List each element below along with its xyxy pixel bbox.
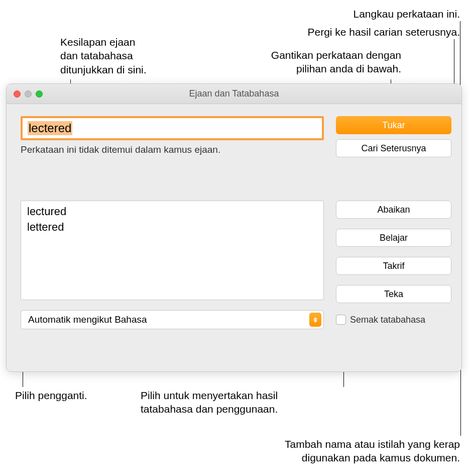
misspelled-word: lectered [28, 121, 72, 135]
middle-row: lectured lettered Abaikan Belajar Takrif… [21, 201, 451, 303]
list-item[interactable]: lectured [27, 204, 317, 220]
list-item[interactable]: lettered [27, 220, 317, 235]
callout-add-term: Tambah nama atau istilah yang kerap digu… [285, 437, 460, 465]
guess-button[interactable]: Teka [336, 285, 451, 303]
change-button[interactable]: Tukar [336, 116, 451, 134]
grammar-checkbox-label: Semak tatabahasa [350, 315, 425, 325]
side-buttons: Abaikan Belajar Takrif Teka [336, 201, 451, 303]
find-next-button[interactable]: Cari Seterusnya [336, 139, 451, 157]
define-button[interactable]: Takrif [336, 257, 451, 275]
callout-skip: Langkau perkataan ini. [354, 7, 460, 21]
chevron-down-icon [313, 320, 317, 323]
callout-pick-replacement: Pilih pengganti. [15, 389, 87, 402]
misspelled-word-field[interactable]: lectered [21, 116, 324, 140]
minimize-window-button[interactable] [25, 90, 32, 98]
callout-grammar: Pilih untuk menyertakan hasil tatabahasa… [141, 389, 278, 416]
select-arrows-icon [309, 313, 321, 327]
bottom-row: Automatik mengikut Bahasa Semak tatabaha… [21, 310, 451, 329]
callout-next: Pergi ke hasil carian seterusnya. [308, 25, 460, 39]
ignore-button[interactable]: Abaikan [336, 201, 451, 219]
callout-errors-shown: Kesilapan ejaan dan tatabahasa ditunjukk… [60, 35, 147, 76]
spellcheck-window: Ejaan dan Tatabahasa lectered Perkataan … [6, 83, 462, 372]
chevron-up-icon [313, 317, 317, 320]
titlebar: Ejaan dan Tatabahasa [7, 84, 461, 104]
status-message: Perkataan ini tidak ditemui dalam kamus … [21, 144, 324, 155]
grammar-checkbox[interactable] [336, 315, 346, 325]
top-buttons: Tukar Cari Seterusnya [336, 116, 451, 157]
close-window-button[interactable] [14, 90, 21, 98]
suggestions-list[interactable]: lectured lettered [21, 201, 324, 300]
top-row: lectered Perkataan ini tidak ditemui dal… [21, 116, 451, 157]
traffic-lights [7, 90, 43, 98]
window-content: lectered Perkataan ini tidak ditemui dal… [7, 104, 461, 339]
grammar-checkbox-area: Semak tatabahasa [336, 315, 451, 325]
language-select-value: Automatik mengikut Bahasa [28, 314, 147, 325]
zoom-window-button[interactable] [36, 90, 43, 98]
learn-button[interactable]: Belajar [336, 229, 451, 247]
callout-replace: Gantikan perkataan dengan pilihan anda d… [271, 48, 401, 76]
language-select[interactable]: Automatik mengikut Bahasa [21, 310, 324, 329]
window-title: Ejaan dan Tatabahasa [7, 88, 461, 99]
